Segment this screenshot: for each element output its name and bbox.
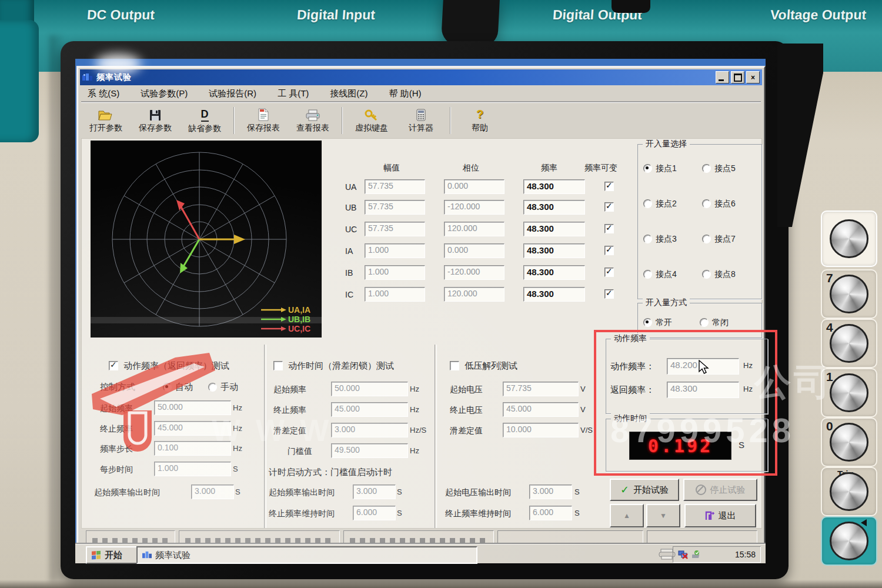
slip-setting-field[interactable]: 3.000 [331, 423, 408, 437]
amplitude-field[interactable]: 57.735 [365, 179, 425, 194]
close-button[interactable]: × [746, 71, 760, 83]
metal-button[interactable] [830, 472, 868, 511]
side-button-1[interactable]: 1 [821, 368, 877, 417]
lv-hold-time-field[interactable]: 6.000 [529, 506, 572, 520]
radio-contact-8-label[interactable]: 接点8 [714, 269, 736, 280]
lv-slip-setting-field[interactable]: 10.000 [503, 423, 579, 437]
freq-test-checkbox[interactable] [109, 361, 118, 370]
return-frequency-field[interactable]: 48.300 [667, 382, 739, 398]
radio-normally-open-label[interactable]: 常开 [656, 318, 672, 328]
time-test-checkbox[interactable] [273, 361, 283, 370]
menu-tools[interactable]: 工 具(T) [276, 88, 310, 100]
tt-start-freq-field[interactable]: 50.000 [331, 382, 408, 396]
radio-normally-closed[interactable] [700, 318, 709, 327]
lv-test-title[interactable]: 低压解列测试 [465, 360, 517, 372]
radio-contact-4-label[interactable]: 接点4 [656, 269, 677, 280]
lv-test-checkbox[interactable] [450, 361, 459, 370]
amplitude-field[interactable]: 57.735 [365, 200, 425, 215]
side-button-7[interactable]: 7 [821, 269, 877, 319]
amplitude-field[interactable]: 1.000 [365, 287, 425, 302]
frequency-field[interactable]: 48.300 [523, 243, 585, 258]
radio-contact-2-label[interactable]: 接点2 [656, 199, 677, 209]
save-params-button[interactable]: 保存参数 [131, 105, 180, 136]
open-params-button[interactable]: 打开参数 [81, 105, 131, 136]
default-params-button[interactable]: D 缺省参数 [180, 105, 229, 136]
tray-app-icon[interactable] [692, 550, 701, 559]
start-freq-field[interactable]: 50.000 [154, 400, 231, 415]
menu-wiring-diagram[interactable]: 接线图(Z) [328, 88, 369, 100]
start-menu-button[interactable]: 开始 [86, 546, 143, 564]
menu-test-params[interactable]: 试验参数(P) [139, 88, 189, 100]
menu-test-report[interactable]: 试验报告(R) [207, 88, 258, 100]
scroll-up-button[interactable]: ▲ [610, 504, 644, 527]
end-voltage-field[interactable]: 45.000 [503, 402, 579, 417]
frequency-field[interactable]: 48.300 [523, 287, 585, 302]
freq-variable-checkbox[interactable] [604, 224, 614, 233]
step-time-field[interactable]: 1.000 [154, 462, 231, 476]
title-bar[interactable]: 频率试验 × [80, 69, 762, 85]
side-button-plain[interactable] [821, 211, 877, 267]
start-test-button[interactable]: ✓ 开始试验 [610, 479, 679, 501]
side-button-0[interactable]: 0 [821, 417, 877, 467]
freq-variable-checkbox[interactable] [604, 268, 614, 277]
network-offline-icon[interactable] [678, 550, 689, 559]
frequency-field[interactable]: 48.300 [523, 179, 585, 194]
freq-test-title[interactable]: 动作频率（返回频率）测试 [123, 360, 229, 372]
radio-contact-3-label[interactable]: 接点3 [656, 234, 677, 245]
minimize-button[interactable] [716, 71, 729, 83]
freq-variable-checkbox[interactable] [604, 246, 614, 255]
metal-button[interactable] [830, 219, 868, 258]
start-freq-output-time-field[interactable]: 3.000 [191, 485, 234, 499]
amplitude-field[interactable]: 57.735 [365, 222, 425, 236]
radio-contact-3[interactable] [643, 235, 652, 243]
amplitude-field[interactable]: 1.000 [365, 265, 425, 280]
side-button-4[interactable]: 4 [821, 319, 877, 368]
freq-variable-checkbox[interactable] [604, 289, 614, 299]
view-report-button[interactable]: 查看报表 [288, 105, 338, 136]
clock[interactable]: 15:58 [735, 550, 756, 559]
radio-normally-open[interactable] [643, 318, 652, 327]
frequency-field[interactable]: 48.300 [523, 222, 585, 236]
radio-manual-label[interactable]: 手动 [220, 382, 238, 393]
metal-button[interactable] [830, 423, 868, 462]
radio-contact-6-label[interactable]: 接点6 [714, 199, 736, 209]
radio-contact-1[interactable] [643, 164, 652, 173]
radio-normally-closed-label[interactable]: 常闭 [712, 318, 729, 328]
phase-field[interactable]: -120.000 [444, 200, 505, 215]
freq-step-field[interactable]: 0.100 [154, 441, 231, 456]
radio-contact-4[interactable] [643, 270, 652, 279]
calculator-button[interactable]: 计算器 [396, 105, 446, 136]
time-test-title[interactable]: 动作时间（滑差闭锁）测试 [288, 360, 394, 372]
stop-test-button[interactable]: 停止试验 [683, 479, 757, 501]
menu-help[interactable]: 帮 助(H) [387, 88, 423, 100]
phase-field[interactable]: 0.000 [444, 179, 505, 194]
metal-button[interactable] [830, 522, 868, 560]
tt-hold-time-field[interactable]: 6.000 [353, 506, 396, 520]
save-report-button[interactable]: 保存报表 [239, 105, 288, 136]
metal-button[interactable] [830, 373, 868, 412]
frequency-field[interactable]: 48.300 [523, 200, 585, 215]
radio-contact-2[interactable] [643, 199, 652, 208]
tt-output-time-field[interactable]: 3.000 [353, 485, 396, 499]
virtual-keyboard-button[interactable]: 虚拟键盘 [347, 105, 396, 136]
freq-variable-checkbox[interactable] [604, 182, 614, 191]
metal-button[interactable] [830, 324, 868, 363]
start-voltage-field[interactable]: 57.735 [503, 382, 579, 396]
maximize-button[interactable] [731, 71, 744, 83]
radio-auto[interactable] [163, 383, 172, 392]
lv-output-time-field[interactable]: 3.000 [529, 485, 572, 499]
radio-contact-5[interactable] [702, 164, 711, 173]
end-freq-field[interactable]: 45.000 [154, 421, 231, 436]
radio-contact-7[interactable] [702, 235, 711, 243]
phase-field[interactable]: 120.000 [444, 287, 505, 302]
radio-contact-7-label[interactable]: 接点7 [714, 234, 736, 245]
freq-variable-checkbox[interactable] [604, 202, 614, 212]
phase-field[interactable]: -120.000 [444, 265, 505, 280]
radio-contact-6[interactable] [702, 199, 711, 208]
side-button-teal[interactable] [821, 516, 877, 566]
frequency-field[interactable]: 48.300 [523, 265, 585, 280]
radio-contact-1-label[interactable]: 接点1 [656, 163, 677, 174]
phase-field[interactable]: 0.000 [444, 243, 505, 258]
menu-system[interactable]: 系 统(S) [86, 88, 121, 100]
metal-button[interactable] [830, 275, 868, 313]
